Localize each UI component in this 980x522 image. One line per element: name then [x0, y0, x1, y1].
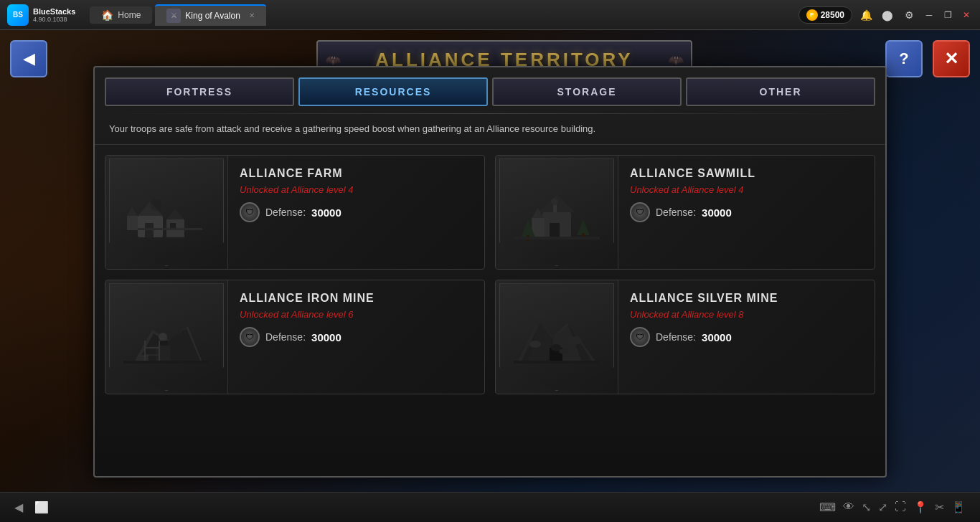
tab-close-icon[interactable]: ✕ [249, 11, 255, 19]
ironmine-unlock: Unlocked at Alliance level 6 [240, 309, 473, 320]
farm-image-area [105, 156, 227, 269]
sawmill-image-area [496, 156, 618, 269]
ironmine-info: ALLIANCE IRON MINE Unlocked at Alliance … [227, 280, 484, 394]
building-card-ironmine[interactable]: ALLIANCE IRON MINE Unlocked at Alliance … [105, 280, 485, 394]
tablet-icon[interactable]: 📱 [951, 500, 966, 514]
sawmill-defense-row: 🛡 Defense: 30000 [630, 202, 863, 222]
scissors-icon[interactable]: ✂ [935, 500, 944, 514]
svg-rect-42 [514, 361, 600, 364]
coin-icon: P [806, 9, 818, 21]
tab-game-label: King of Avalon [185, 11, 240, 21]
taskbar-right: P 28500 🔔 ⬤ ⚙ ─ ❐ ✕ [798, 6, 980, 24]
building-card-farm[interactable]: ALLIANCE FARM Unlocked at Alliance level… [105, 155, 485, 270]
bottom-left-icons: ◀ ⬜ [14, 500, 49, 514]
silvermine-defense-label: Defense: [656, 331, 696, 343]
app-version: 4.90.0.1038 [33, 16, 75, 23]
ironmine-image-area [105, 280, 227, 394]
sawmill-illustration [514, 176, 600, 248]
ironmine-shield [109, 283, 224, 391]
silvermine-unlock: Unlocked at Alliance level 8 [630, 309, 863, 320]
game-area: ◀ ? ✕ 🦇 ALLIANCE TERRITORY 🦇 FORTRESS RE… [0, 30, 980, 492]
tab-storage[interactable]: STORAGE [492, 77, 682, 106]
location-icon[interactable]: 📍 [913, 500, 928, 514]
minimize-btn[interactable]: ─ [923, 9, 936, 22]
farm-name: ALLIANCE FARM [240, 167, 473, 180]
svg-point-21 [551, 198, 558, 205]
silvermine-defense-row: 🛡 Defense: 30000 [630, 327, 863, 347]
svg-rect-8 [127, 216, 138, 230]
building-card-sawmill[interactable]: ALLIANCE SAWMILL Unlocked at Alliance le… [495, 155, 875, 270]
silvermine-defense-icon: 🛡 [630, 327, 650, 347]
keyboard-icon[interactable]: ⌨ [819, 500, 836, 514]
sawmill-defense-icon: 🛡 [630, 202, 650, 222]
sawmill-defense-value: 30000 [702, 207, 732, 219]
tab-resources[interactable]: RESOURCES [298, 77, 488, 106]
close-button[interactable]: ✕ [933, 40, 970, 77]
svg-rect-32 [123, 361, 209, 364]
back-button[interactable]: ◀ [10, 40, 47, 77]
silvermine-illustration [514, 301, 600, 373]
svg-point-41 [559, 348, 569, 354]
svg-rect-6 [131, 228, 202, 230]
ironmine-defense-icon: 🛡 [240, 327, 260, 347]
farm-defense-value: 30000 [311, 207, 341, 219]
notification-icon[interactable]: 🔔 [858, 7, 874, 23]
restore-btn[interactable]: ❐ [941, 9, 954, 22]
svg-point-26 [159, 333, 167, 341]
fullscreen-icon[interactable]: ⛶ [895, 500, 906, 514]
window-close-btn[interactable]: ✕ [960, 9, 973, 22]
bluestacks-logo: BS BlueStacks 4.90.0.1038 [0, 4, 83, 26]
eye-icon[interactable]: 👁 [843, 500, 854, 514]
game-tab-icon: ⚔ [166, 9, 181, 23]
description-text: Your troops are safe from attack and rec… [95, 114, 885, 145]
svg-marker-9 [127, 207, 138, 216]
svg-point-40 [567, 336, 582, 345]
buildings-grid: ALLIANCE FARM Unlocked at Alliance level… [95, 145, 885, 404]
farm-info: ALLIANCE FARM Unlocked at Alliance level… [227, 156, 484, 269]
sawmill-unlock: Unlocked at Alliance level 4 [630, 184, 863, 195]
bluestacks-icon: BS [7, 4, 29, 26]
sawmill-info: ALLIANCE SAWMILL Unlocked at Alliance le… [618, 156, 875, 269]
svg-point-39 [529, 341, 541, 348]
ironmine-defense-label: Defense: [265, 331, 306, 343]
bottom-bar: ◀ ⬜ ⌨ 👁 ⤡ ⤢ ⛶ 📍 ✂ 📱 [0, 492, 980, 522]
resize2-icon[interactable]: ⤢ [878, 500, 887, 514]
ironmine-illustration [123, 301, 209, 373]
svg-marker-4 [166, 209, 184, 219]
tab-home[interactable]: 🏠 Home [90, 6, 152, 24]
tab-fortress[interactable]: FORTRESS [105, 77, 294, 106]
taskbar: BS BlueStacks 4.90.0.1038 🏠 Home ⚔ King … [0, 0, 980, 30]
sawmill-shield [499, 158, 614, 266]
farm-defense-icon: 🛡 [240, 202, 260, 222]
silvermine-shield [499, 283, 614, 391]
svg-marker-17 [577, 219, 590, 235]
ironmine-defense-row: 🛡 Defense: 30000 [240, 327, 473, 347]
farm-shield [109, 158, 224, 266]
svg-rect-12 [550, 223, 560, 237]
record-icon[interactable]: ⬤ [880, 7, 895, 23]
ironmine-defense-value: 30000 [311, 331, 341, 343]
bottom-right-icons: ⌨ 👁 ⤡ ⤢ ⛶ 📍 ✂ 📱 [819, 500, 966, 514]
svg-rect-19 [514, 237, 600, 239]
resize1-icon[interactable]: ⤡ [862, 500, 871, 514]
tab-game[interactable]: ⚔ King of Avalon ✕ [155, 4, 266, 26]
back-nav-icon[interactable]: ◀ [14, 500, 23, 514]
tab-home-label: Home [118, 10, 141, 20]
settings-icon[interactable]: ⚙ [901, 7, 917, 23]
farm-illustration [123, 176, 209, 248]
sawmill-defense-label: Defense: [656, 207, 696, 218]
app-name: BlueStacks [33, 7, 75, 16]
sawmill-name: ALLIANCE SAWMILL [630, 167, 863, 180]
tab-other[interactable]: OTHER [686, 77, 875, 106]
building-card-silvermine[interactable]: ALLIANCE SILVER MINE Unlocked at Allianc… [495, 280, 875, 394]
ironmine-name: ALLIANCE IRON MINE [240, 292, 473, 305]
farm-unlock: Unlocked at Alliance level 4 [240, 184, 473, 195]
nav-buttons: FORTRESS RESOURCES STORAGE OTHER [95, 67, 885, 106]
home-nav-icon[interactable]: ⬜ [34, 500, 49, 514]
silvermine-info: ALLIANCE SILVER MINE Unlocked at Allianc… [618, 280, 875, 394]
silvermine-defense-value: 30000 [702, 331, 732, 343]
help-button[interactable]: ? [885, 40, 923, 77]
svg-point-7 [150, 199, 161, 211]
coin-display: P 28500 [798, 6, 852, 24]
main-panel: FORTRESS RESOURCES STORAGE OTHER Your tr… [93, 66, 887, 478]
